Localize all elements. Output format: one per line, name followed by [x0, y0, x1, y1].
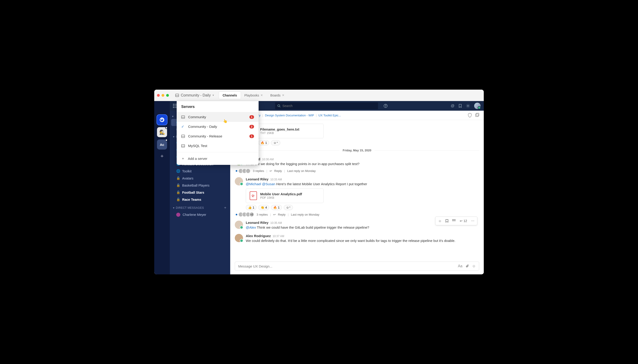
svg-rect-16: [476, 114, 478, 116]
globe-icon: 🌐: [176, 169, 180, 173]
react-button[interactable]: ☺: [436, 218, 443, 224]
svg-point-14: [385, 106, 386, 107]
help-icon[interactable]: [384, 104, 388, 108]
header-link[interactable]: UX Toolkit Epic...: [318, 114, 341, 117]
mentions-icon[interactable]: @: [451, 104, 454, 108]
close-icon[interactable]: ✕: [260, 94, 263, 97]
message-hover-actions: ☺ ↩ 12 ⋯: [435, 216, 477, 225]
reaction[interactable]: 👏4: [258, 205, 269, 210]
svg-rect-7: [175, 107, 176, 108]
mention[interactable]: @Michael @Susan: [246, 182, 275, 186]
actions-button[interactable]: [451, 218, 457, 224]
add-reaction-button[interactable]: ☺⁺: [271, 140, 280, 146]
dropdown-item-community-daily[interactable]: ✓ Community - Daily 2: [177, 122, 259, 132]
tab-boards[interactable]: Boards✕: [267, 92, 288, 99]
thread-summary[interactable]: +2 3 replies | ↩Reply | Last reply on Mo…: [235, 212, 479, 217]
date-divider: Friday, May 15, 2020: [235, 146, 479, 155]
bookmark-icon[interactable]: [459, 104, 462, 108]
server-icon: [175, 94, 179, 97]
message-text: @Alex Think we could have the GitLab bui…: [246, 225, 479, 230]
reply-button[interactable]: ↩ 12: [458, 218, 469, 224]
add-reaction-button[interactable]: ☺⁺: [284, 205, 293, 210]
user-avatar[interactable]: [474, 103, 481, 109]
maximize-window-button[interactable]: [166, 94, 169, 97]
dropdown-item-mysql-test[interactable]: MySQL Test: [177, 141, 259, 151]
more-button[interactable]: ⋯: [469, 218, 476, 224]
emoji-button[interactable]: ☺: [472, 264, 476, 268]
tab-channels[interactable]: Channels: [219, 92, 241, 99]
author-name[interactable]: Leonard Riley: [246, 177, 268, 181]
compose-box[interactable]: Aa ☺: [235, 262, 479, 271]
message: Whitfield10:30 AM What are we doing for …: [235, 155, 479, 175]
dropdown-item-community[interactable]: Community 1: [177, 112, 259, 122]
message-time: 10:30 AM: [262, 158, 274, 161]
close-window-button[interactable]: [157, 94, 160, 97]
channel-header: ☆ | UI Inventory| Design System Document…: [230, 111, 484, 120]
compose-input[interactable]: [238, 264, 458, 268]
add-dm-button[interactable]: ＋: [223, 205, 227, 210]
format-button[interactable]: Aa: [458, 264, 462, 268]
author-name[interactable]: Alex Rodriguez: [246, 234, 271, 238]
search-input[interactable]: [282, 104, 376, 108]
pdf-icon: [250, 191, 257, 200]
app-window: Community - Daily ▾ Channels Playbooks✕ …: [154, 90, 484, 274]
message: Alex Rodriguez10:37 AM We could definite…: [235, 232, 479, 245]
svg-rect-6: [173, 107, 174, 108]
files-icon[interactable]: [475, 113, 479, 118]
lock-icon: 🔒: [176, 198, 180, 202]
close-icon[interactable]: ✕: [282, 94, 284, 97]
svg-line-12: [280, 106, 280, 107]
mention[interactable]: @Alex: [246, 226, 256, 229]
sidebar-item-toolkit[interactable]: 🌐Toolkit: [170, 168, 230, 175]
reactions: 👍1 👏4 🔥1 ☺⁺: [246, 205, 479, 210]
dropdown-title: Servers: [177, 101, 259, 112]
top-right-actions: @: [451, 103, 481, 109]
reaction[interactable]: 🔥1: [271, 205, 282, 210]
header-link[interactable]: Design System Documentation - WIP: [265, 114, 314, 117]
reactions: 👏4 🔥1 ☺⁺: [246, 140, 479, 146]
message-avatar[interactable]: [235, 177, 243, 186]
main-pane: ☆ | UI Inventory| Design System Document…: [230, 101, 484, 274]
shield-icon[interactable]: [468, 113, 472, 118]
file-name: Mobile User Analytics.pdf: [260, 192, 302, 196]
rail-server-mattermost[interactable]: [157, 115, 167, 125]
reaction[interactable]: 👍1: [246, 205, 256, 210]
sidebar-item-basketball[interactable]: 🔒Basketball Players: [170, 182, 230, 189]
sidebar-item-football[interactable]: 🔒Football Stars: [170, 189, 230, 196]
message-time: 10:33 AM: [270, 178, 282, 181]
dropdown-item-community-release[interactable]: Community - Release 1: [177, 132, 259, 141]
rail-server-ac[interactable]: Ac: [157, 140, 167, 150]
unread-dot: [236, 214, 237, 216]
search-box[interactable]: [275, 102, 378, 109]
add-server-button[interactable]: ＋: [158, 152, 166, 160]
reaction[interactable]: 🔥1: [258, 140, 269, 146]
message: Leonard Riley10:35 AM @Alex Think we cou…: [235, 219, 479, 232]
section-direct-messages[interactable]: ▾DIRECT MESSAGES＋: [170, 203, 230, 211]
search-icon: [277, 104, 280, 108]
rail-server-2[interactable]: 🕵️: [157, 127, 167, 137]
author-name[interactable]: Leonard Riley: [246, 221, 268, 224]
sidebar-dm-charlene[interactable]: Charlene Meyer: [170, 211, 230, 218]
add-server-item[interactable]: ＋ Add a server: [177, 154, 259, 164]
bookmark-button[interactable]: [444, 218, 450, 224]
svg-rect-23: [454, 220, 454, 221]
thread-summary[interactable]: 3 replies | ↩Reply | Last reply on Monda…: [235, 168, 479, 174]
svg-rect-1: [175, 104, 176, 105]
lock-icon: 🔒: [176, 190, 180, 194]
sidebar-item-race-teams[interactable]: 🔒Race Teams: [170, 196, 230, 203]
lock-icon: 🔒: [176, 183, 180, 187]
message-avatar[interactable]: [235, 234, 243, 242]
message-avatar[interactable]: [235, 221, 243, 229]
svg-point-11: [278, 105, 280, 107]
svg-point-18: [252, 195, 253, 196]
minimize-window-button[interactable]: [162, 94, 164, 97]
message-time: 10:35 AM: [270, 221, 282, 224]
file-attachment[interactable]: Mobile User Analytics.pdf PDF 15KB: [246, 188, 324, 203]
sidebar-item-avatars[interactable]: 🔒Avatars: [170, 175, 230, 182]
server-icon: [181, 116, 185, 119]
server-switcher[interactable]: Community - Daily ▾: [173, 91, 217, 100]
tab-playbooks[interactable]: Playbooks✕: [241, 92, 267, 99]
attach-button[interactable]: [466, 264, 469, 268]
settings-icon[interactable]: [466, 104, 470, 108]
svg-rect-22: [452, 220, 453, 221]
